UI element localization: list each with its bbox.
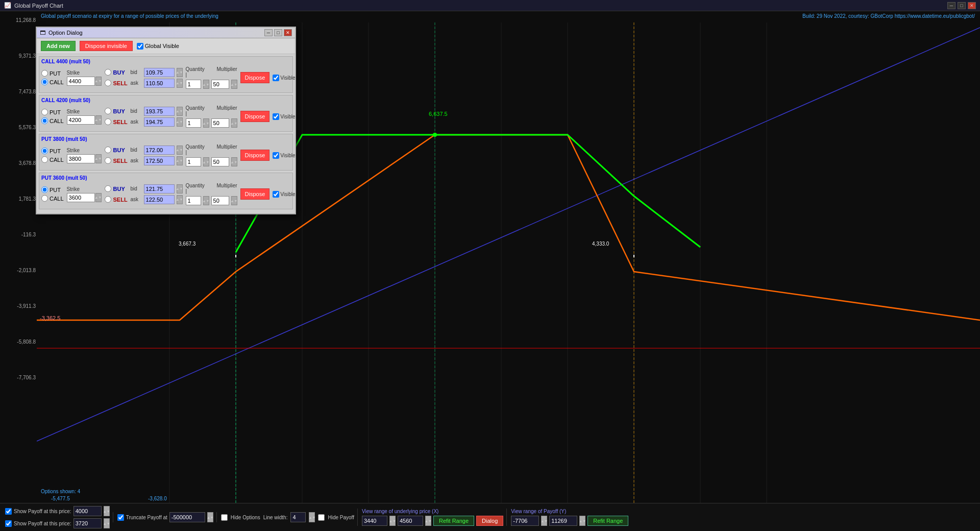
buy-price-spinner-2[interactable]: ▲▼ [177,146,183,155]
dispose-button-0[interactable]: Dispose [240,72,270,83]
qty-spinner-2[interactable]: ▲▼ [203,157,209,166]
show-payoff1-input[interactable] [74,506,102,516]
strike-spinner-2[interactable]: ▲▼ [95,154,102,163]
put-radio-0[interactable]: PUT [41,70,64,77]
qty-input-0[interactable] [186,80,201,89]
show-payoff2-input[interactable] [74,518,102,528]
dispose-button-3[interactable]: Dispose [240,188,270,200]
global-visible-check-input[interactable] [137,43,143,50]
sell-price-0[interactable] [144,79,175,88]
minimize-button[interactable]: ─ [947,2,955,9]
x-min-input[interactable] [362,516,387,526]
buy-price-spinner-1[interactable]: ▲▼ [177,107,183,116]
buy-price-spinner-0[interactable]: ▲▼ [177,68,183,77]
visible-checkbox-3[interactable] [273,191,279,198]
strike-input-1[interactable] [67,115,95,125]
dispose-button-2[interactable]: Dispose [240,150,270,161]
payoff2-spinner[interactable]: ▲▼ [104,518,110,528]
sell-price-3[interactable] [144,195,175,204]
visible-checkbox-2[interactable] [273,152,279,159]
maximize-button[interactable]: □ [958,2,966,9]
mult-spinner-1[interactable]: ▲▼ [231,118,237,128]
buy-price-1[interactable] [144,107,175,116]
global-visible-checkbox[interactable]: Global Visible [137,43,179,50]
close-button[interactable]: ✕ [968,2,976,9]
mult-spinner-3[interactable]: ▲▼ [231,196,237,205]
strike-input-2[interactable] [67,154,95,163]
call-radio-2[interactable]: CALL [41,156,64,163]
x-max-input[interactable] [398,516,423,526]
mult-spinner-0[interactable]: ▲▼ [231,80,237,89]
buy-price-0[interactable] [144,68,175,77]
x-min-spinner[interactable]: ▲▼ [389,516,396,526]
strike-input-0[interactable] [67,77,95,86]
sell-price-spinner-2[interactable]: ▲▼ [177,156,183,165]
strike-spinner-1[interactable]: ▲▼ [95,115,102,125]
buy-radio-1[interactable] [105,108,111,114]
truncate-input[interactable] [169,512,205,522]
qty-spinner-3[interactable]: ▲▼ [203,196,209,205]
call-radio-1[interactable]: CALL [41,117,64,124]
visible-checkbox-1[interactable] [273,113,279,120]
call-radio-3[interactable]: CALL [41,195,64,202]
dispose-invisible-button[interactable]: Dispose invisible [80,41,133,51]
show-payoff2-checkbox[interactable] [5,520,12,527]
mult-spinner-2[interactable]: ▲▼ [231,157,237,166]
qty-spinner-0[interactable]: ▲▼ [203,80,209,89]
buy-radio-2[interactable] [105,147,111,153]
build-info: Build: 29 Nov 2022, courtesy: GBotCorp h… [802,13,975,19]
mult-input-1[interactable] [211,118,229,128]
show-payoff1-checkbox[interactable] [5,508,12,515]
buy-price-spinner-3[interactable]: ▲▼ [177,184,183,194]
dispose-button-1[interactable]: Dispose [240,111,270,122]
mult-input-3[interactable] [211,196,229,205]
put-radio-2[interactable]: PUT [41,148,64,154]
sell-price-spinner-3[interactable]: ▲▼ [177,195,183,204]
sell-price-spinner-1[interactable]: ▲▼ [177,117,183,127]
y-max-spinner[interactable]: ▲▼ [579,516,585,526]
mult-input-0[interactable] [211,80,229,89]
strike-spinner-3[interactable]: ▲▼ [95,193,102,202]
sell-radio-3[interactable] [105,196,111,203]
qty-input-1[interactable] [186,118,201,128]
sell-radio-2[interactable] [105,157,111,164]
line-width-input[interactable] [290,512,306,522]
hide-options-checkbox[interactable] [221,514,228,521]
dialog-minimize-button[interactable]: ─ [264,29,273,36]
dialog-maximize-button[interactable]: □ [274,29,282,36]
line-width-spinner[interactable]: ▲▼ [309,512,315,522]
sell-price-spinner-0[interactable]: ▲▼ [177,79,183,88]
hide-payoff-checkbox[interactable] [318,514,325,521]
sell-radio-0[interactable] [105,80,111,86]
refit-y-button[interactable]: Refit Range [587,516,628,526]
qty-spinner-1[interactable]: ▲▼ [203,118,209,128]
put-radio-3[interactable]: PUT [41,186,64,193]
strike-spinner-0[interactable]: ▲▼ [95,77,102,86]
buy-radio-3[interactable] [105,185,111,192]
y-max-input[interactable] [549,516,577,526]
sell-price-1[interactable] [144,117,175,127]
visible-checkbox-0[interactable] [273,75,279,81]
truncate-spinner[interactable]: ▲▼ [207,512,213,522]
truncate-checkbox[interactable] [117,514,124,521]
dialog-open-button[interactable]: Dialog [476,516,503,526]
call-radio-0[interactable]: CALL [41,79,64,85]
y-min-input[interactable] [511,516,539,526]
qty-input-2[interactable] [186,157,201,166]
x-max-spinner[interactable]: ▲▼ [425,516,431,526]
sell-radio-1[interactable] [105,118,111,125]
strike-input-3[interactable] [67,193,95,202]
dialog-close-button[interactable]: ✕ [284,29,292,36]
refit-x-button[interactable]: Refit Range [433,516,474,526]
sell-price-2[interactable] [144,156,175,165]
buy-price-2[interactable] [144,146,175,155]
buy-price-3[interactable] [144,184,175,194]
put-radio-1[interactable]: PUT [41,109,64,115]
mult-input-2[interactable] [211,157,229,166]
y-min-spinner[interactable]: ▲▼ [541,516,547,526]
qty-input-3[interactable] [186,196,201,205]
buy-radio-0[interactable] [105,69,111,76]
payoff1-spinner[interactable]: ▲▼ [104,506,110,516]
add-new-button[interactable]: Add new [41,41,76,51]
y-label-7: -2,013.8 [1,268,36,273]
